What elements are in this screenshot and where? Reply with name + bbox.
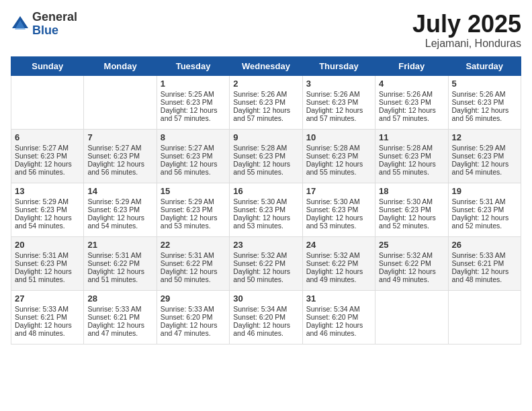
sunset-text: Sunset: 6:23 PM	[161, 205, 226, 214]
calendar-day-cell: 27Sunrise: 5:33 AMSunset: 6:21 PMDayligh…	[11, 290, 84, 344]
calendar-day-cell: 8Sunrise: 5:27 AMSunset: 6:23 PMDaylight…	[157, 129, 229, 183]
daylight-text: Daylight: 12 hours and 57 minutes.	[161, 106, 226, 122]
sunrise-text: Sunrise: 5:28 AM	[233, 144, 298, 152]
day-number: 29	[161, 293, 226, 304]
calendar-day-cell: 26Sunrise: 5:33 AMSunset: 6:21 PMDayligh…	[448, 236, 521, 290]
calendar-day-cell	[375, 290, 448, 344]
sunrise-text: Sunrise: 5:26 AM	[306, 90, 371, 98]
calendar-day-cell	[11, 75, 84, 129]
sunset-text: Sunset: 6:23 PM	[306, 152, 371, 160]
sunset-text: Sunset: 6:23 PM	[15, 152, 80, 160]
calendar-day-cell: 15Sunrise: 5:29 AMSunset: 6:23 PMDayligh…	[157, 183, 229, 236]
title-block: July 2025 Lejamani, Honduras	[412, 11, 521, 50]
day-number: 11	[379, 132, 444, 142]
sunrise-text: Sunrise: 5:34 AM	[233, 305, 298, 313]
daylight-text: Daylight: 12 hours and 49 minutes.	[306, 267, 371, 283]
calendar-day-cell: 14Sunrise: 5:29 AMSunset: 6:23 PMDayligh…	[84, 183, 157, 236]
sunset-text: Sunset: 6:23 PM	[452, 152, 517, 160]
calendar-day-cell: 25Sunrise: 5:32 AMSunset: 6:22 PMDayligh…	[375, 236, 448, 290]
calendar-day-cell: 19Sunrise: 5:31 AMSunset: 6:23 PMDayligh…	[448, 183, 521, 236]
sunrise-text: Sunrise: 5:33 AM	[87, 305, 152, 313]
sunrise-text: Sunrise: 5:31 AM	[87, 251, 152, 259]
sunset-text: Sunset: 6:23 PM	[161, 152, 226, 160]
calendar-day-cell	[448, 290, 521, 344]
day-number: 8	[161, 132, 226, 142]
calendar-day-cell: 16Sunrise: 5:30 AMSunset: 6:23 PMDayligh…	[230, 183, 302, 236]
daylight-text: Daylight: 12 hours and 56 minutes.	[161, 160, 226, 176]
day-number: 15	[161, 186, 226, 196]
sunset-text: Sunset: 6:23 PM	[87, 205, 152, 214]
day-number: 25	[379, 240, 444, 250]
sunrise-text: Sunrise: 5:32 AM	[233, 251, 298, 259]
sunset-text: Sunset: 6:22 PM	[161, 259, 226, 267]
daylight-text: Daylight: 12 hours and 53 minutes.	[161, 214, 226, 230]
calendar-day-cell: 21Sunrise: 5:31 AMSunset: 6:22 PMDayligh…	[84, 236, 157, 290]
daylight-text: Daylight: 12 hours and 57 minutes.	[379, 106, 444, 122]
calendar-day-cell: 11Sunrise: 5:28 AMSunset: 6:23 PMDayligh…	[375, 129, 448, 183]
day-number: 13	[15, 186, 80, 196]
header-day: Monday	[84, 56, 157, 75]
calendar-day-cell: 28Sunrise: 5:33 AMSunset: 6:21 PMDayligh…	[84, 290, 157, 344]
daylight-text: Daylight: 12 hours and 46 minutes.	[233, 321, 298, 337]
daylight-text: Daylight: 12 hours and 54 minutes.	[15, 214, 80, 230]
day-number: 7	[87, 132, 152, 142]
daylight-text: Daylight: 12 hours and 57 minutes.	[306, 106, 371, 122]
sunrise-text: Sunrise: 5:31 AM	[452, 197, 517, 205]
day-number: 17	[306, 186, 371, 196]
sunset-text: Sunset: 6:23 PM	[306, 205, 371, 214]
daylight-text: Daylight: 12 hours and 56 minutes.	[87, 160, 152, 176]
day-number: 31	[306, 293, 371, 304]
calendar-day-cell: 4Sunrise: 5:26 AMSunset: 6:23 PMDaylight…	[375, 75, 448, 129]
header-day: Saturday	[448, 56, 521, 75]
sunset-text: Sunset: 6:22 PM	[306, 259, 371, 267]
sunrise-text: Sunrise: 5:26 AM	[452, 90, 517, 98]
daylight-text: Daylight: 12 hours and 57 minutes.	[233, 106, 298, 122]
calendar-day-cell: 22Sunrise: 5:31 AMSunset: 6:22 PMDayligh…	[157, 236, 229, 290]
calendar-day-cell: 31Sunrise: 5:34 AMSunset: 6:20 PMDayligh…	[302, 290, 375, 344]
sunset-text: Sunset: 6:21 PM	[15, 313, 80, 321]
sunrise-text: Sunrise: 5:30 AM	[379, 197, 444, 205]
calendar-week-row: 20Sunrise: 5:31 AMSunset: 6:23 PMDayligh…	[11, 236, 521, 290]
header-day: Sunday	[11, 56, 84, 75]
sunset-text: Sunset: 6:21 PM	[452, 259, 517, 267]
daylight-text: Daylight: 12 hours and 48 minutes.	[452, 267, 517, 283]
calendar-day-cell: 12Sunrise: 5:29 AMSunset: 6:23 PMDayligh…	[448, 129, 521, 183]
day-number: 16	[233, 186, 298, 196]
sunrise-text: Sunrise: 5:32 AM	[306, 251, 371, 259]
logo-icon	[11, 15, 30, 34]
daylight-text: Daylight: 12 hours and 51 minutes.	[15, 267, 80, 283]
sunset-text: Sunset: 6:23 PM	[452, 98, 517, 106]
sunset-text: Sunset: 6:20 PM	[233, 313, 298, 321]
sunrise-text: Sunrise: 5:26 AM	[379, 90, 444, 98]
page-header: General Blue July 2025 Lejamani, Hondura…	[11, 11, 521, 50]
sunrise-text: Sunrise: 5:33 AM	[15, 305, 80, 313]
sunrise-text: Sunrise: 5:29 AM	[15, 197, 80, 205]
calendar-week-row: 13Sunrise: 5:29 AMSunset: 6:23 PMDayligh…	[11, 183, 521, 236]
day-number: 4	[379, 79, 444, 89]
sunrise-text: Sunrise: 5:29 AM	[452, 144, 517, 152]
calendar-day-cell: 5Sunrise: 5:26 AMSunset: 6:23 PMDaylight…	[448, 75, 521, 129]
calendar-day-cell: 3Sunrise: 5:26 AMSunset: 6:23 PMDaylight…	[302, 75, 375, 129]
daylight-text: Daylight: 12 hours and 47 minutes.	[161, 321, 226, 337]
sunrise-text: Sunrise: 5:27 AM	[161, 144, 226, 152]
sunrise-text: Sunrise: 5:34 AM	[306, 305, 371, 313]
logo-text: General Blue	[32, 11, 77, 38]
sunrise-text: Sunrise: 5:29 AM	[161, 197, 226, 205]
sunset-text: Sunset: 6:22 PM	[379, 259, 444, 267]
sunset-text: Sunset: 6:23 PM	[452, 205, 517, 214]
daylight-text: Daylight: 12 hours and 55 minutes.	[233, 160, 298, 176]
sunset-text: Sunset: 6:21 PM	[87, 313, 152, 321]
daylight-text: Daylight: 12 hours and 52 minutes.	[379, 214, 444, 230]
day-number: 26	[452, 240, 517, 250]
sunset-text: Sunset: 6:23 PM	[379, 98, 444, 106]
calendar-day-cell: 24Sunrise: 5:32 AMSunset: 6:22 PMDayligh…	[302, 236, 375, 290]
calendar-day-cell: 1Sunrise: 5:25 AMSunset: 6:23 PMDaylight…	[157, 75, 229, 129]
calendar-day-cell: 7Sunrise: 5:27 AMSunset: 6:23 PMDaylight…	[84, 129, 157, 183]
calendar-day-cell	[84, 75, 157, 129]
daylight-text: Daylight: 12 hours and 49 minutes.	[379, 267, 444, 283]
daylight-text: Daylight: 12 hours and 48 minutes.	[15, 321, 80, 337]
sunset-text: Sunset: 6:22 PM	[87, 259, 152, 267]
sunrise-text: Sunrise: 5:33 AM	[452, 251, 517, 259]
calendar-day-cell: 10Sunrise: 5:28 AMSunset: 6:23 PMDayligh…	[302, 129, 375, 183]
sunset-text: Sunset: 6:23 PM	[87, 152, 152, 160]
